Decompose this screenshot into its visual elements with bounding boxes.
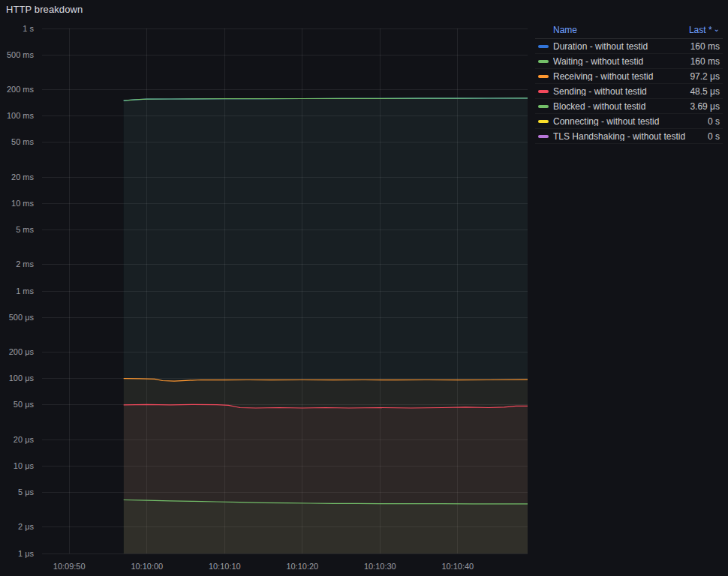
series-last-value: 0 s: [708, 132, 720, 141]
svg-text:5 ms: 5 ms: [16, 225, 34, 234]
series-label[interactable]: Sending - without testid: [553, 87, 685, 96]
svg-text:20 ms: 20 ms: [11, 172, 34, 182]
series-color-swatch[interactable]: [538, 90, 549, 93]
svg-text:10:10:30: 10:10:30: [364, 562, 396, 571]
svg-text:10 μs: 10 μs: [14, 461, 35, 470]
svg-text:10:10:40: 10:10:40: [441, 562, 474, 571]
svg-text:500 ms: 500 ms: [7, 50, 35, 59]
svg-text:200 μs: 200 μs: [9, 347, 35, 356]
svg-text:50 μs: 50 μs: [14, 400, 35, 409]
series-last-value: 160 ms: [690, 57, 720, 66]
series-color-swatch[interactable]: [538, 60, 549, 63]
series-label[interactable]: Receiving - without testid: [553, 72, 685, 81]
svg-text:10 ms: 10 ms: [11, 199, 34, 208]
legend-table: Name Last * ⌄ Duration - without testid1…: [535, 23, 723, 144]
legend-row: Duration - without testid160 ms: [535, 39, 723, 54]
svg-text:50 ms: 50 ms: [11, 137, 34, 146]
legend-row: Waiting - without testid160 ms: [535, 54, 723, 69]
svg-text:20 μs: 20 μs: [14, 435, 35, 444]
svg-text:5 μs: 5 μs: [18, 488, 35, 496]
svg-text:10:10:20: 10:10:20: [286, 562, 318, 571]
svg-text:100 μs: 100 μs: [9, 374, 35, 382]
series-last-value: 3.69 μs: [690, 102, 720, 111]
series-label[interactable]: TLS Handshaking - without testid: [553, 132, 703, 141]
svg-text:100 ms: 100 ms: [7, 111, 35, 120]
legend-row: Connecting - without testid0 s: [535, 114, 723, 129]
svg-text:10:10:10: 10:10:10: [209, 562, 241, 571]
series-color-swatch[interactable]: [538, 135, 549, 138]
legend-column-last-label: Last *: [689, 26, 712, 34]
svg-text:1 ms: 1 ms: [16, 286, 34, 296]
series-last-value: 97.2 μs: [690, 72, 720, 81]
series-color-swatch[interactable]: [538, 120, 549, 123]
legend-rows: Duration - without testid160 msWaiting -…: [535, 39, 723, 144]
series-color-swatch[interactable]: [538, 45, 549, 48]
legend-row: TLS Handshaking - without testid0 s: [535, 129, 723, 144]
series-label[interactable]: Waiting - without testid: [553, 57, 686, 66]
legend-row: Blocked - without testid3.69 μs: [535, 99, 723, 114]
legend-column-last[interactable]: Last * ⌄: [689, 26, 720, 34]
svg-text:2 μs: 2 μs: [18, 522, 35, 531]
series-label[interactable]: Connecting - without testid: [553, 117, 703, 126]
svg-text:10:09:50: 10:09:50: [53, 562, 86, 571]
legend-row: Sending - without testid48.5 μs: [535, 84, 723, 99]
svg-text:500 μs: 500 μs: [9, 313, 35, 322]
svg-text:1 s: 1 s: [23, 24, 34, 33]
series-last-value: 0 s: [708, 117, 720, 126]
svg-text:200 ms: 200 ms: [7, 85, 35, 94]
legend-header: Name Last * ⌄: [535, 23, 723, 39]
series-label[interactable]: Blocked - without testid: [553, 102, 685, 111]
series-color-swatch[interactable]: [538, 105, 549, 108]
series-last-value: 48.5 μs: [690, 87, 720, 96]
svg-text:10:10:00: 10:10:00: [131, 562, 163, 571]
sort-desc-icon: ⌄: [714, 26, 720, 33]
legend-row: Receiving - without testid97.2 μs: [535, 69, 723, 84]
svg-text:1 μs: 1 μs: [18, 549, 35, 558]
series-last-value: 160 ms: [690, 42, 720, 51]
legend-column-name[interactable]: Name: [553, 26, 577, 34]
svg-text:2 ms: 2 ms: [16, 260, 34, 268]
series-label[interactable]: Duration - without testid: [553, 42, 686, 51]
series-color-swatch[interactable]: [538, 75, 549, 78]
